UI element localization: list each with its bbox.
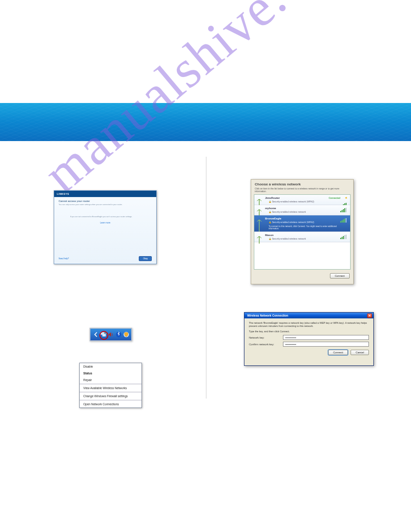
- network-name: BronzeEagle: [265, 217, 347, 220]
- wireless-panel-title: Choose a wireless network: [251, 180, 353, 187]
- network-key-field[interactable]: ••••••••••••••: [283, 335, 369, 340]
- menu-item-view-networks[interactable]: View Available Wireless Networks: [80, 385, 141, 391]
- linksys-brand: LINKSYS: [54, 191, 156, 197]
- tray-expand-icon[interactable]: [93, 331, 99, 338]
- svg-rect-18: [344, 219, 345, 223]
- volume-icon[interactable]: [108, 331, 114, 338]
- network-key-label: Network key:: [249, 336, 283, 339]
- menu-separator: [80, 384, 141, 384]
- decorative-blue-band: [0, 103, 411, 141]
- svg-rect-24: [346, 235, 347, 239]
- network-extra-info: To connect to this network, click Connec…: [269, 225, 347, 230]
- menu-separator: [80, 400, 141, 400]
- svg-rect-16: [342, 220, 342, 223]
- linksys-dialog: LINKSYS Cannot access your router You ca…: [54, 190, 157, 264]
- wireless-network-list: JimsRouter Connected ★ 🔒 Security-enable…: [254, 194, 351, 270]
- signal-bars-icon: [340, 208, 347, 212]
- wireless-panel-subtitle: Click an item in the list below to conne…: [251, 187, 353, 194]
- connect-button[interactable]: Connect: [328, 350, 348, 355]
- dialog-description: The network 'BronzeEagle' requires a net…: [249, 322, 369, 328]
- menu-item-firewall[interactable]: Change Windows Firewall settings: [80, 393, 141, 399]
- menu-item-disable[interactable]: Disable: [80, 363, 141, 370]
- dialog-title: Wireless Network Connection: [247, 314, 288, 317]
- svg-rect-15: [340, 221, 341, 223]
- network-name: myhome: [265, 207, 347, 210]
- svg-rect-14: [346, 208, 347, 212]
- network-item-selected[interactable]: BronzeEagle 🔒 Security-enabled wireless …: [254, 215, 350, 232]
- network-name: Mason: [265, 234, 347, 236]
- svg-rect-11: [342, 210, 342, 212]
- network-item[interactable]: Mason 🔒 Security-enabled wireless networ…: [254, 232, 350, 242]
- close-icon[interactable]: ✕: [367, 313, 372, 318]
- svg-rect-12: [343, 209, 344, 212]
- wireless-key-dialog: Wireless Network Connection ✕ The networ…: [244, 312, 374, 366]
- connected-label: Connected: [329, 197, 340, 199]
- menu-separator: [80, 392, 141, 392]
- svg-rect-22: [343, 236, 344, 239]
- dialog-instruction: Type the key, and then click Connect.: [249, 330, 369, 333]
- page-column-divider: [206, 157, 206, 399]
- svg-rect-13: [344, 208, 345, 212]
- confirm-key-field[interactable]: ••••••••••••••: [283, 342, 369, 347]
- lock-icon: 🔒: [269, 221, 271, 223]
- learn-more-link[interactable]: Learn more: [59, 222, 152, 224]
- antenna-icon: [256, 234, 262, 245]
- network-security: Security-enabled wireless network (WPA2): [272, 221, 314, 223]
- svg-rect-23: [344, 235, 345, 239]
- network-security: Security-enabled wireless network: [272, 237, 306, 240]
- linksys-subtitle: You can only access your router settings…: [59, 203, 152, 206]
- signal-bars-icon: [340, 235, 347, 239]
- system-tray: [90, 328, 132, 341]
- okay-button[interactable]: Okay: [139, 256, 152, 261]
- svg-rect-19: [346, 218, 347, 223]
- need-help-link[interactable]: Need help?: [59, 257, 69, 260]
- bluetooth-icon[interactable]: [116, 331, 122, 338]
- watermark-text: manualshive.com: [32, 0, 371, 205]
- network-item[interactable]: JimsRouter Connected ★ 🔒 Security-enable…: [254, 195, 350, 205]
- svg-rect-21: [342, 237, 342, 239]
- choose-wireless-network-panel: Choose a wireless network Click an item …: [251, 179, 354, 284]
- menu-item-status[interactable]: Status: [80, 370, 141, 377]
- svg-rect-10: [340, 211, 341, 212]
- network-security: Security-enabled wireless network (WPA2): [272, 200, 314, 203]
- svg-rect-17: [343, 219, 344, 223]
- lock-icon: 🔒: [269, 200, 271, 203]
- signal-bars-icon: [340, 218, 347, 223]
- cancel-button[interactable]: Cancel: [351, 350, 369, 355]
- highlight-circle: [99, 331, 108, 340]
- star-icon: ★: [345, 196, 347, 200]
- tray-context-menu: Disable Status Repair View Available Wir…: [79, 363, 142, 408]
- confirm-key-label: Confirm network key:: [249, 343, 283, 346]
- svg-rect-20: [340, 238, 341, 239]
- menu-item-repair[interactable]: Repair: [80, 377, 141, 383]
- menu-item-open-connections[interactable]: Open Network Connections: [80, 401, 141, 408]
- shield-icon[interactable]: [123, 331, 129, 338]
- network-item[interactable]: myhome 🔒 Security-enabled wireless netwo…: [254, 205, 350, 215]
- linksys-message: If you are not connected to BronzeEagle …: [70, 215, 140, 218]
- lock-icon: 🔒: [269, 237, 271, 240]
- linksys-title: Cannot access your router: [59, 200, 152, 202]
- network-security: Security-enabled wireless network: [272, 210, 306, 213]
- antenna-icon: [256, 217, 262, 232]
- lock-icon: 🔒: [269, 210, 271, 213]
- connect-button[interactable]: Connect: [330, 273, 350, 279]
